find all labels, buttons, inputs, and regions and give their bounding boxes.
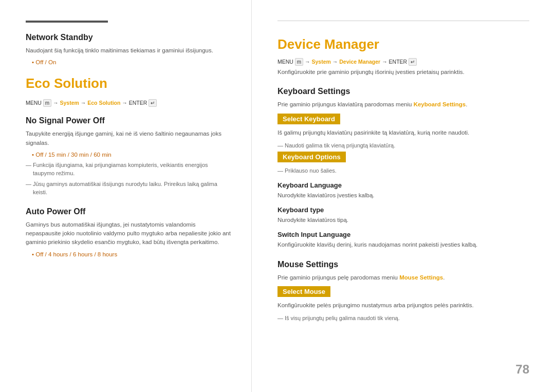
eco-solution-section: Eco Solution MENU m → System → Eco Solut… bbox=[26, 76, 231, 106]
system-link-r: System bbox=[312, 59, 331, 65]
switch-input-body: Konfigūruokite klavišų derinį, kuris nau… bbox=[278, 240, 529, 249]
keyboard-type-body: Nurodykite klaviatūros tipą. bbox=[278, 216, 529, 225]
network-standby-title: Network Standby bbox=[26, 33, 231, 42]
mouse-settings-section: Mouse Settings Prie gaminio prijungus pe… bbox=[278, 260, 529, 323]
keyboard-language-title: Keyboard Language bbox=[278, 181, 529, 189]
top-bar-decoration bbox=[26, 21, 108, 23]
menu-kbd: m bbox=[43, 99, 51, 107]
arrow-r1: → bbox=[305, 59, 311, 65]
select-mouse-body: Konfigūruokite pelės prijungimo nustatym… bbox=[278, 301, 529, 310]
select-keyboard-body: Iš galimų prijungtų klaviatūrų pasirinki… bbox=[278, 128, 529, 137]
enter-kbd-r: ↵ bbox=[409, 58, 417, 66]
network-standby-bullet: Off / On bbox=[32, 59, 231, 65]
select-mouse-dash: Iš visų prijungtų pelių galima naudoti t… bbox=[278, 314, 529, 323]
mouse-settings-body: Prie gaminio prijungus pelę parodomas me… bbox=[278, 273, 529, 282]
arrow-r3: → ENTER bbox=[382, 59, 409, 65]
ms-body-prefix: Prie gaminio prijungus pelę parodomas me… bbox=[278, 274, 399, 281]
no-signal-title: No Signal Power Off bbox=[26, 116, 231, 125]
switch-input-title: Switch Input Language bbox=[278, 231, 529, 238]
keyboard-options-box: Keyboard Options bbox=[278, 152, 346, 162]
top-bar-right-decoration bbox=[278, 21, 529, 21]
select-keyboard-dash: Naudoti galima tik vieną prijungtą klavi… bbox=[278, 141, 529, 150]
menu-text: MENU bbox=[26, 100, 43, 106]
no-signal-dash1: Funkcija išjungiama, kai prijungiamas ko… bbox=[26, 161, 231, 178]
auto-power-off-body: Gaminys bus automatiškai išjungtas, jei … bbox=[26, 220, 231, 247]
no-signal-body: Taupykite energiją išjunge gaminį, kai n… bbox=[26, 129, 231, 147]
keyboard-language-body: Nurodykite klaviatūros įvesties kalbą. bbox=[278, 191, 529, 200]
no-signal-bullet: Off / 15 min / 30 min / 60 min bbox=[32, 152, 231, 158]
menu-kbd-r: m bbox=[295, 58, 303, 66]
mouse-settings-title: Mouse Settings bbox=[278, 260, 529, 269]
ks-body-prefix: Prie gaminio prijungus klaviatūrą parodo… bbox=[278, 101, 414, 107]
device-manager-menu-path: MENU m → System → Device Manager → ENTER… bbox=[278, 59, 529, 65]
arrow3: → ENTER bbox=[122, 100, 149, 106]
keyboard-settings-title: Keyboard Settings bbox=[278, 87, 529, 96]
ks-body-link: Keyboard Settings bbox=[414, 101, 466, 107]
keyboard-settings-section: Keyboard Settings Prie gaminio prijungus… bbox=[278, 87, 529, 249]
arrow1: → bbox=[53, 100, 60, 106]
auto-power-off-bullet: Off / 4 hours / 6 hours / 8 hours bbox=[32, 251, 231, 257]
menu-text-r: MENU bbox=[278, 59, 295, 65]
auto-power-off-section: Auto Power Off Gaminys bus automatiškai … bbox=[26, 207, 231, 257]
network-standby-section: Network Standby Naudojant šią funkciją t… bbox=[26, 33, 231, 65]
device-manager-body: Konfigūruokite prie gaminio prijungtų iš… bbox=[278, 68, 529, 77]
arrow-r2: → bbox=[332, 59, 339, 65]
keyboard-type-title: Keyboard type bbox=[278, 206, 529, 214]
keyboard-settings-body: Prie gaminio prijungus klaviatūrą parodo… bbox=[278, 100, 529, 109]
eco-solution-menu-path: MENU m → System → Eco Solution → ENTER ↵ bbox=[26, 100, 231, 106]
eco-solution-title: Eco Solution bbox=[26, 76, 231, 91]
no-signal-dash2: Jūsų gaminys automatiškai išsijungs nuro… bbox=[26, 180, 231, 197]
network-standby-body: Naudojant šią funkciją tinklo maitinimas… bbox=[26, 46, 231, 55]
ks-body-suffix: . bbox=[466, 101, 467, 107]
ms-body-suffix: . bbox=[443, 274, 445, 281]
select-mouse-box: Select Mouse bbox=[278, 286, 330, 297]
ms-body-link: Mouse Settings bbox=[399, 274, 443, 281]
system-link: System bbox=[60, 100, 79, 106]
eco-link: Eco Solution bbox=[87, 100, 120, 106]
device-manager-section: Device Manager MENU m → System → Device … bbox=[278, 36, 529, 77]
select-keyboard-box: Select Keyboard bbox=[278, 114, 340, 124]
keyboard-options-dash: Priklauso nuo šalies. bbox=[278, 166, 529, 175]
arrow2: → bbox=[81, 100, 87, 106]
page-number: 78 bbox=[515, 362, 529, 377]
device-manager-title: Device Manager bbox=[278, 36, 529, 52]
no-signal-section: No Signal Power Off Taupykite energiją i… bbox=[26, 116, 231, 197]
auto-power-off-title: Auto Power Off bbox=[26, 207, 231, 216]
enter-kbd: ↵ bbox=[149, 99, 157, 107]
dm-link: Device Manager bbox=[339, 59, 380, 65]
